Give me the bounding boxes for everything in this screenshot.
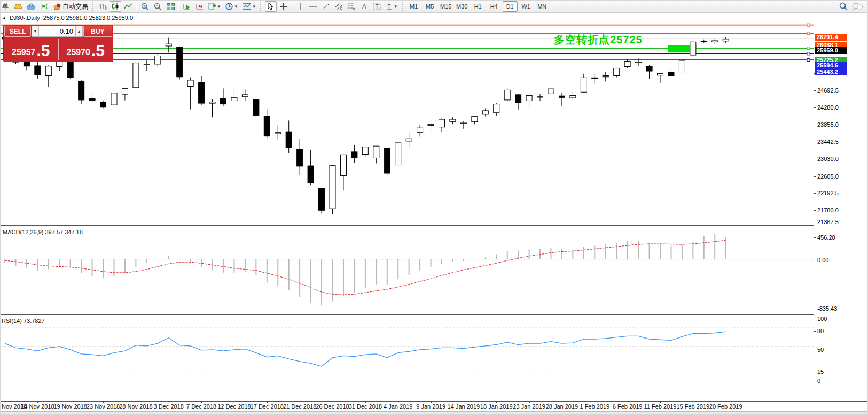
timeframe-m30[interactable]: M30 (455, 1, 470, 12)
signal-icon[interactable] (38, 1, 50, 12)
candlestick-chart-icon[interactable] (110, 1, 121, 12)
candle-body (668, 72, 674, 76)
price-tick: 23030.0 (817, 156, 839, 162)
rsi-pane[interactable] (1, 315, 814, 380)
fibonacci-tool-icon[interactable]: F (346, 1, 357, 12)
autotrading-button[interactable]: 自动交易 (51, 1, 90, 12)
candle-body (624, 62, 630, 67)
toolbar-grip[interactable] (92, 2, 95, 11)
timeframe-d1[interactable]: D1 (503, 1, 518, 12)
toolbar-grip[interactable] (402, 2, 404, 11)
candle-body (384, 148, 390, 173)
price-tick: 22605.0 (817, 173, 839, 180)
new-order-button[interactable]: 单 (0, 1, 11, 12)
candle-body (417, 128, 423, 132)
date-label: 12 Dec 2018 (217, 403, 251, 410)
rsi-tick: 100 (817, 316, 827, 322)
timeframe-h1[interactable]: H1 (471, 1, 486, 12)
chat-icon[interactable] (850, 1, 864, 12)
main-chart-pane[interactable] (1, 13, 814, 226)
timeframe-h4[interactable]: H4 (487, 1, 502, 12)
candle-body (406, 139, 412, 141)
timeframe-w1[interactable]: W1 (519, 1, 534, 12)
cursor-icon[interactable] (265, 1, 277, 12)
pivot-annotation[interactable]: 多空转折点25725 (554, 33, 643, 47)
buy-button[interactable]: BUY (83, 26, 112, 37)
zoom-in-icon[interactable] (139, 1, 151, 12)
text-tool-icon[interactable]: A (358, 1, 370, 12)
volume-decrease-button[interactable]: ▼ (32, 26, 39, 37)
level-endpoint (807, 47, 810, 50)
date-label: 31 Dec 2018 (349, 403, 382, 410)
macd-label: MACD(12,26,9) 397.57 347.18 (3, 229, 83, 235)
candle-body (264, 116, 270, 136)
chart-shift-icon[interactable] (194, 1, 206, 12)
equidistant-channel-tool-icon[interactable]: E (333, 1, 345, 12)
window-bottom-strip (1, 411, 868, 415)
auto-scroll-icon[interactable] (181, 1, 193, 12)
trendline-tool-icon[interactable] (320, 1, 332, 12)
timeframe-m1[interactable]: M1 (406, 1, 421, 12)
svg-text:T: T (376, 4, 379, 10)
sell-button[interactable]: SELL (4, 26, 31, 37)
cloud-community-icon[interactable] (25, 1, 37, 12)
candle-body (308, 166, 314, 183)
sell-price[interactable]: 25957 .5 (4, 37, 58, 62)
candle-body (362, 147, 368, 155)
chevron-down-icon: ▼ (234, 4, 238, 9)
zoom-out-icon[interactable] (152, 1, 163, 12)
date-label: 3 Dec 2018 (154, 403, 184, 410)
candle-body (581, 78, 587, 92)
price-axis[interactable]: 25105.024692.524280.023855.023442.523030… (814, 13, 868, 411)
price-tick: 22192.5 (817, 190, 839, 196)
tile-windows-icon[interactable] (165, 1, 176, 12)
date-label: 21 Dec 2018 (283, 403, 316, 410)
rsi-tick: 0 (817, 378, 820, 384)
buy-price[interactable]: 25970 .5 (59, 37, 113, 62)
bottom-separator[interactable] (1, 389, 814, 391)
date-axis[interactable]: Nov 201814 Nov 201819 Nov 201823 Nov 201… (1, 401, 868, 411)
arrows-tool-button[interactable]: ▼ (384, 1, 400, 12)
timeframe-m15[interactable]: M15 (439, 1, 453, 12)
rsi-label: RSI(14) 73.7827 (2, 318, 45, 324)
timeframe-m5[interactable]: M5 (423, 1, 437, 12)
templates-button[interactable]: ▼ (241, 1, 258, 12)
periods-button[interactable]: ▼ (224, 1, 240, 12)
toolbar-grip[interactable] (260, 2, 263, 11)
candle-body (35, 66, 41, 75)
new-chart-button[interactable]: ▼ (207, 1, 223, 12)
vertical-line-tool-icon[interactable] (294, 1, 306, 12)
price-badge-25959.0: 25959.0 (815, 47, 847, 54)
macd-tick: 456.28 (817, 234, 835, 241)
date-label: 23 Jan 2019 (513, 403, 545, 410)
candle-body (330, 165, 335, 209)
candle-body (658, 74, 663, 75)
candle-body (439, 119, 445, 127)
macd-pane[interactable] (1, 227, 814, 313)
gold-ingot-icon[interactable] (12, 1, 24, 12)
horizontal-line-tool-icon[interactable] (307, 1, 319, 12)
candle-body (504, 90, 510, 99)
chevron-down-icon: ▼ (394, 4, 398, 9)
candle-body (57, 62, 62, 67)
line-chart-icon[interactable] (122, 1, 134, 12)
ohlc-values: 25875.0 25981.0 25823.0 25959.0 (43, 14, 133, 21)
date-label: 19 Nov 2018 (53, 403, 87, 410)
timeframe-mn[interactable]: MN (535, 1, 550, 12)
candle-body (515, 95, 521, 103)
candle-body (79, 81, 84, 99)
bar-chart-icon[interactable] (97, 1, 108, 12)
date-label: 17 Dec 2018 (251, 403, 284, 410)
text-label-tool-icon[interactable]: T (371, 1, 383, 12)
volume-input[interactable]: 0.10 (39, 26, 75, 37)
search-icon[interactable] (838, 1, 849, 12)
candle-body (122, 88, 128, 94)
date-label: 15 Feb 2019 (676, 403, 709, 410)
crosshair-icon[interactable] (278, 1, 290, 12)
volume-increase-button[interactable]: ▲ (75, 26, 83, 37)
candle-body (526, 95, 532, 101)
candle-body (209, 102, 215, 103)
candle-body (155, 56, 161, 64)
candle-body (559, 96, 565, 97)
one-click-toggle-icon[interactable]: ▲ (2, 16, 6, 20)
